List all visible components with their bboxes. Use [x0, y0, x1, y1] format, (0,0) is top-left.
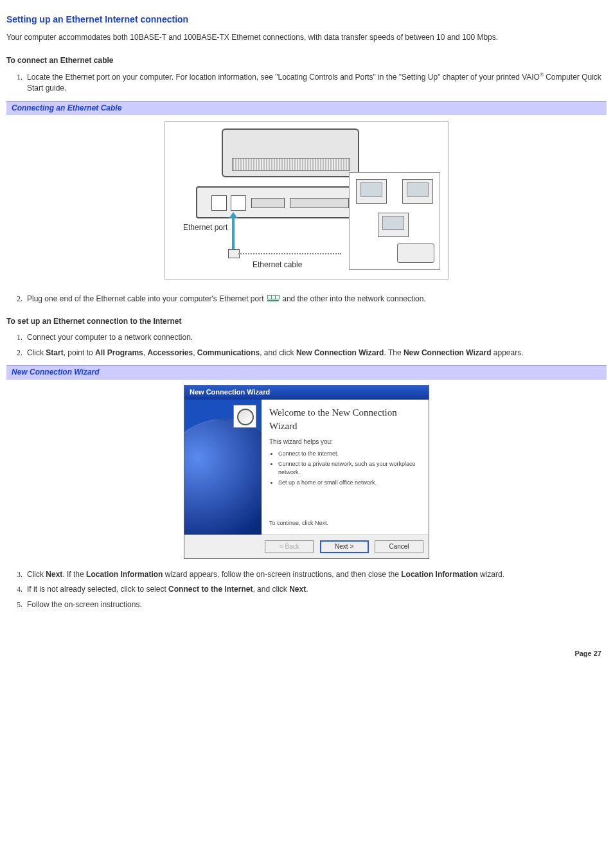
ethernet-diagram: Ethernet port Ethernet cable	[164, 121, 449, 279]
next-button[interactable]: Next >	[320, 540, 369, 554]
step-connect-network: Connect your computer to a network conne…	[24, 332, 607, 343]
setup-steps: Connect your computer to a network conne…	[24, 332, 607, 359]
ethernet-icon	[267, 295, 279, 303]
wizard-screenshot-container: New Connection Wizard Welcome to the New…	[6, 385, 607, 559]
kw-connect-to-internet: Connect to the Internet	[168, 585, 253, 594]
kw-accessories: Accessories	[147, 348, 193, 357]
connector-slot-icon	[251, 198, 285, 208]
ethernet-port-label: Ethernet port	[183, 222, 227, 233]
step-follow-instructions: Follow the on-screen instructions.	[24, 599, 607, 610]
caption-new-connection-wizard: New Connection Wizard	[6, 365, 607, 379]
wizard-bullet-2: Connect to a private network, such as yo…	[278, 460, 421, 477]
wizard-titlebar: New Connection Wizard	[184, 385, 429, 400]
wizard-bullet-1: Connect to the Internet.	[278, 450, 421, 458]
wizard-bullets: Connect to the Internet. Connect to a pr…	[278, 450, 421, 487]
network-frame	[349, 172, 440, 270]
step-connect-internet: If it is not already selected, click to …	[24, 584, 607, 595]
printer-icon	[397, 244, 434, 263]
wizard-footer: < Back Next > Cancel	[184, 535, 429, 559]
setup-connection-heading: To set up an Ethernet connection to the …	[6, 316, 607, 327]
wizard-sidebar	[184, 400, 262, 535]
kw-new-connection-wizard-2: New Connection Wizard	[404, 348, 492, 357]
wizard-helps-text: This wizard helps you:	[269, 438, 421, 447]
kw-all-programs: All Programs	[95, 348, 143, 357]
kw-communications: Communications	[197, 348, 260, 357]
computer-icon	[356, 179, 387, 204]
setup-steps-cont: Click Next. If the Location Information …	[24, 569, 607, 610]
connector-slot-icon	[290, 198, 349, 208]
step1-text-a: Locate the Ethernet port on your compute…	[27, 73, 540, 82]
page-title: Setting up an Ethernet Internet connecti…	[6, 13, 607, 26]
ethernet-port-icon	[231, 195, 246, 211]
connect-cable-heading: To connect an Ethernet cable	[6, 55, 607, 66]
laptop-illustration	[222, 128, 359, 177]
connect-cable-steps: Locate the Ethernet port on your compute…	[24, 71, 607, 94]
kw-next: Next	[46, 570, 62, 579]
wizard-bullet-3: Set up a home or small office network.	[278, 479, 421, 487]
back-button[interactable]: < Back	[265, 540, 314, 554]
step2-text-a: Plug one end of the Ethernet cable into …	[27, 294, 266, 303]
wizard-continue-text: To continue, click Next.	[269, 519, 328, 527]
step-open-wizard: Click Start, point to All Programs, Acce…	[24, 348, 607, 359]
globe-icon	[184, 419, 262, 535]
cable-line-icon	[238, 253, 341, 254]
wizard-heading: Welcome to the New Connection Wizard	[269, 406, 421, 434]
step-plug-cable: Plug one end of the Ethernet cable into …	[24, 294, 607, 305]
ethernet-cable-label: Ethernet cable	[253, 260, 302, 270]
caption-connecting-cable: Connecting an Ethernet Cable	[6, 101, 607, 115]
wizard-window: New Connection Wizard Welcome to the New…	[184, 385, 429, 559]
kw-location-info: Location Information	[86, 570, 163, 579]
intro-text: Your computer accommodates both 10BASE-T…	[6, 32, 607, 43]
computer-icon	[378, 213, 409, 237]
step-click-next: Click Next. If the Location Information …	[24, 569, 607, 580]
kw-start: Start	[46, 348, 63, 357]
connect-cable-steps-2: Plug one end of the Ethernet cable into …	[24, 294, 607, 305]
wizard-content: Welcome to the New Connection Wizard Thi…	[262, 400, 429, 535]
cancel-button[interactable]: Cancel	[375, 540, 423, 554]
computer-icon	[402, 179, 433, 204]
wizard-header-icon	[233, 405, 256, 428]
kw-next-2: Next	[289, 585, 306, 594]
kw-new-connection-wizard: New Connection Wizard	[296, 348, 384, 357]
arrow-up-icon	[232, 217, 235, 249]
port-icon	[211, 195, 227, 211]
ethernet-diagram-container: Ethernet port Ethernet cable	[6, 121, 607, 283]
step2-text-b: and the other into the network connectio…	[282, 294, 425, 303]
step-locate-port: Locate the Ethernet port on your compute…	[24, 71, 607, 94]
kw-location-info-2: Location Information	[401, 570, 477, 579]
page-number: Page 27	[6, 649, 607, 659]
